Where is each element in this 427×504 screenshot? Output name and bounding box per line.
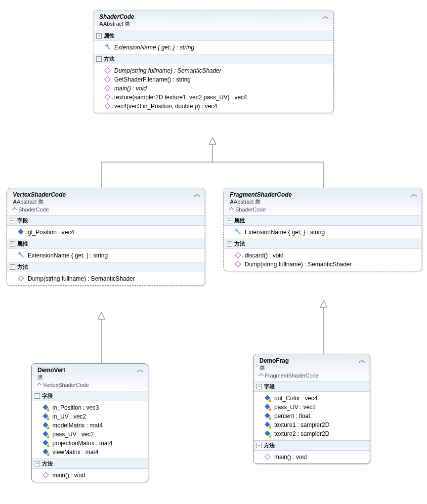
section-methods: − 方法 Dump(string fullname) : SemanticSha… (93, 54, 333, 113)
section-header[interactable]: −属性 (7, 239, 205, 249)
member-row[interactable]: 🔒out_Color : vec4 (254, 394, 370, 403)
member-row[interactable]: Dump(string fullname) : SemanticShader (93, 66, 333, 75)
member-row[interactable]: 🔒texture2 : sampler2D (254, 429, 370, 438)
inherits-label: ShaderCode (13, 207, 200, 212)
member-row[interactable]: main() : void (254, 453, 370, 462)
property-icon (235, 229, 242, 235)
toggle-icon[interactable]: − (35, 393, 40, 399)
toggle-icon[interactable]: − (227, 218, 232, 223)
member-row[interactable]: Dump(string fullname) : SemanticShader (224, 260, 422, 269)
member-row[interactable]: 🔒pass_UV : vec2 (32, 430, 148, 439)
section-header[interactable]: −方法 (254, 440, 370, 451)
section-header[interactable]: −属性 (224, 215, 422, 226)
class-shadercode[interactable]: ShaderCode AAbstract 类 ︽ − 属性 ExtensionN… (93, 10, 334, 113)
method-icon (18, 276, 25, 282)
class-title: DemoVert (38, 367, 143, 374)
collapse-icon[interactable]: ︽ (322, 13, 329, 18)
member-row[interactable]: 🔒in_Position : vec3 (32, 403, 148, 412)
member-row[interactable]: ExtensionName { get; } : string (7, 251, 205, 260)
collapse-icon[interactable]: ︽ (359, 357, 366, 362)
method-icon (104, 85, 111, 91)
class-vertexshadercode[interactable]: VertexShaderCode AAbstract 类 ShaderCode … (6, 188, 205, 286)
svg-marker-2 (320, 300, 327, 307)
class-header[interactable]: FragmentShaderCode AAbstract 类 ShaderCod… (224, 188, 422, 215)
toggle-icon[interactable]: − (96, 33, 102, 39)
toggle-icon[interactable]: − (256, 443, 262, 448)
class-header[interactable]: ShaderCode AAbstract 类 ︽ (93, 10, 333, 31)
class-title: ShaderCode (99, 13, 328, 20)
class-title: FragmentShaderCode (230, 191, 417, 198)
member-row[interactable]: *gl_Position : vec4 (7, 228, 205, 237)
inherits-arrow-icon (38, 382, 42, 386)
class-fragmentshadercode[interactable]: FragmentShaderCode AAbstract 类 ShaderCod… (223, 188, 422, 271)
toggle-icon[interactable]: − (96, 56, 102, 62)
member-row[interactable]: *texture(sampler2D texture1, vec2 pass_U… (93, 93, 333, 102)
section-header[interactable]: − 属性 (93, 31, 333, 41)
section-header[interactable]: −字段 (32, 391, 148, 401)
member-row[interactable]: main() : void (93, 84, 333, 93)
toggle-icon[interactable]: − (227, 241, 232, 247)
member-row[interactable]: 🔒in_UV : vec2 (32, 412, 148, 421)
inherits-label: ShaderCode (230, 207, 417, 212)
inherits-label: VertexShaderCode (38, 382, 143, 388)
class-header[interactable]: DemoVert 类 VertexShaderCode ︽ (32, 364, 148, 391)
toggle-icon[interactable]: − (35, 461, 40, 466)
class-stereotype: AAbstract 类 (230, 198, 417, 206)
field-icon: 🔒 (43, 431, 49, 437)
member-row[interactable]: 🔒texture1 : sampler2D (254, 420, 370, 429)
field-icon: 🔒 (264, 422, 271, 428)
section-header[interactable]: −字段 (254, 381, 370, 392)
member-row[interactable]: ExtensionName { get; } : string (224, 228, 422, 237)
field-icon: 🔒 (43, 449, 49, 455)
field-icon: 🔒 (264, 413, 271, 419)
section-header[interactable]: −方法 (7, 262, 205, 272)
inherits-label: FragmentShaderCode (259, 373, 365, 378)
svg-marker-0 (209, 137, 216, 144)
member-row[interactable]: main() : void (32, 471, 148, 480)
member-row[interactable]: 🔒percent : float (254, 412, 370, 420)
method-icon: * (104, 103, 111, 109)
inherits-arrow-icon (230, 207, 234, 211)
field-icon: 🔒 (43, 414, 49, 420)
class-stereotype: AAbstract 类 (13, 198, 200, 206)
field-icon: * (18, 229, 25, 235)
svg-marker-1 (98, 312, 105, 319)
method-icon: * (104, 94, 111, 100)
member-row[interactable]: 🔒modelMatrix : mat4 (32, 421, 148, 430)
section-header[interactable]: − 方法 (93, 54, 333, 64)
class-stereotype: 类 (259, 364, 365, 372)
class-header[interactable]: VertexShaderCode AAbstract 类 ShaderCode … (7, 188, 205, 215)
class-demofrag[interactable]: DemoFrag 类 FragmentShaderCode ︽ −字段 🔒out… (253, 354, 370, 464)
member-row[interactable]: ExtensionName { get; } : string (93, 43, 333, 52)
member-row[interactable]: *discard() : void (224, 251, 422, 260)
method-icon: * (235, 252, 242, 258)
method-icon (235, 261, 242, 267)
class-demovert[interactable]: DemoVert 类 VertexShaderCode ︽ −字段 🔒in_Po… (31, 363, 148, 482)
method-icon (43, 472, 49, 478)
class-header[interactable]: DemoFrag 类 FragmentShaderCode ︽ (254, 354, 370, 381)
collapse-icon[interactable]: ︽ (194, 191, 201, 196)
member-row[interactable]: GetShaderFilename() : string (93, 75, 333, 84)
member-row[interactable]: *vec4(vec3 in_Position, double p) : vec4 (93, 102, 333, 111)
class-stereotype: 类 (38, 374, 143, 381)
section-label: 属性 (104, 32, 115, 40)
toggle-icon[interactable]: − (10, 218, 15, 223)
toggle-icon[interactable]: − (10, 264, 15, 270)
member-row[interactable]: Dump(string fullname) : SemanticShader (7, 274, 205, 283)
member-row[interactable]: 🔒pass_UV : vec2 (254, 403, 370, 412)
section-header[interactable]: −方法 (224, 239, 422, 249)
toggle-icon[interactable]: − (256, 384, 262, 389)
collapse-icon[interactable]: ︽ (137, 367, 144, 372)
class-title: VertexShaderCode (13, 191, 200, 198)
section-header[interactable]: −字段 (7, 215, 205, 226)
class-stereotype: AAbstract 类 (99, 20, 328, 28)
member-row[interactable]: 🔒viewMatrix : mat4 (32, 448, 148, 457)
member-row[interactable]: 🔒projectionMatrix : mat4 (32, 439, 148, 448)
class-title: DemoFrag (259, 357, 365, 364)
toggle-icon[interactable]: − (10, 241, 15, 247)
section-header[interactable]: −方法 (32, 459, 148, 469)
inherits-arrow-icon (259, 373, 263, 377)
method-icon (104, 68, 111, 74)
collapse-icon[interactable]: ︽ (411, 191, 418, 196)
field-icon: 🔒 (264, 395, 271, 401)
